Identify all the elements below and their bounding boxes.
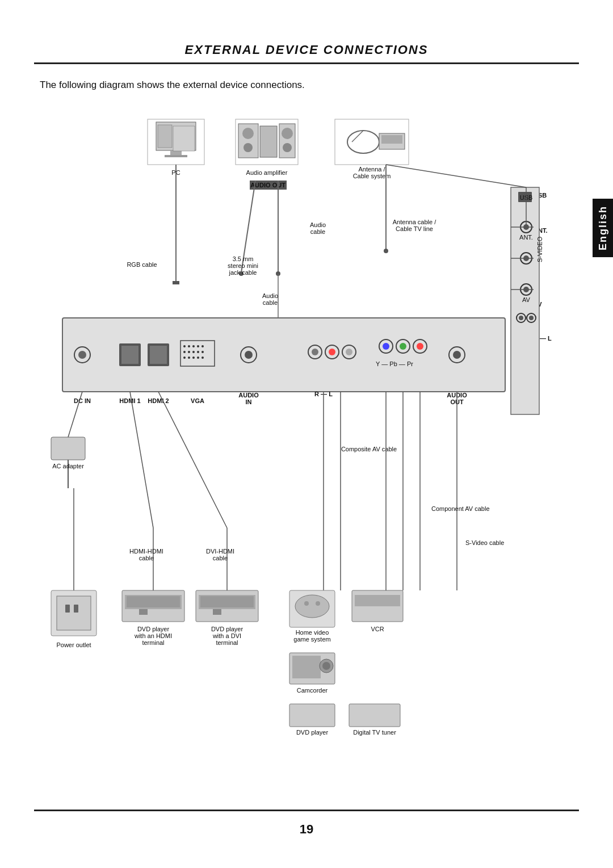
svg-rect-139 [200,596,254,607]
svg-text:Home video: Home video [296,629,329,636]
svg-text:RGB cable: RGB cable [127,261,157,268]
svg-point-9 [242,128,254,139]
svg-text:stereo mini: stereo mini [228,262,258,269]
svg-text:DC IN: DC IN [74,397,91,404]
svg-text:ANT.: ANT. [519,234,533,241]
english-tab: English [593,199,613,257]
svg-point-99 [312,349,318,355]
svg-rect-3 [165,155,187,157]
top-rule [34,62,579,64]
svg-text:cable: cable [213,555,228,561]
svg-point-78 [183,345,186,347]
svg-point-81 [197,345,199,347]
svg-line-145 [158,392,227,528]
svg-point-64 [519,316,523,320]
svg-point-87 [201,351,204,353]
svg-rect-26 [173,281,179,284]
svg-rect-169 [349,704,400,727]
svg-point-66 [529,316,534,320]
svg-point-84 [188,351,190,353]
svg-text:AUDIO OUT: AUDIO OUT [250,182,285,188]
svg-text:with a DVI: with a DVI [212,632,241,639]
svg-text:AUDIO: AUDIO [238,392,259,399]
svg-text:3.5 mm: 3.5 mm [233,255,254,262]
svg-text:Cable TV line: Cable TV line [396,225,433,232]
svg-text:HDMI 1: HDMI 1 [119,397,140,404]
svg-point-14 [283,143,292,152]
svg-rect-11 [260,126,277,157]
svg-rect-122 [65,605,70,613]
svg-point-88 [183,357,186,359]
svg-rect-128 [127,596,180,607]
connection-diagram: text { font-family: Arial, Helvetica, sa… [34,114,573,800]
svg-line-134 [130,392,153,528]
svg-rect-163 [292,656,321,678]
svg-point-10 [243,143,253,152]
svg-point-154 [295,595,329,618]
svg-text:Digital TV tuner: Digital TV tuner [353,729,396,736]
svg-text:Audio amplifier: Audio amplifier [246,169,288,176]
svg-rect-72 [121,346,138,364]
svg-text:cable: cable [310,228,325,235]
svg-point-103 [346,349,352,355]
svg-rect-121 [57,596,91,630]
svg-text:Audio: Audio [262,292,278,299]
svg-text:HDMI 2: HDMI 2 [148,397,169,404]
svg-point-13 [282,128,293,139]
svg-rect-129 [139,609,148,615]
svg-text:cable: cable [263,299,278,306]
svg-point-82 [201,345,204,347]
svg-point-106 [383,343,389,350]
svg-text:S-VIDEO: S-VIDEO [536,236,543,262]
svg-point-38 [384,249,388,253]
svg-text:Composite AV cable: Composite AV cable [341,446,397,452]
svg-text:HDMI-HDMI: HDMI-HDMI [129,548,163,555]
page-number: 19 [0,822,613,837]
svg-point-86 [197,351,199,353]
svg-rect-4 [158,125,172,148]
svg-point-110 [417,343,423,350]
svg-text:VGA: VGA [191,397,204,404]
svg-text:IN: IN [246,399,252,405]
svg-text:Antenna /: Antenna / [358,166,385,173]
svg-point-113 [453,351,461,359]
svg-point-80 [192,345,195,347]
svg-point-90 [192,357,195,359]
svg-text:Cable system: Cable system [353,173,391,179]
svg-rect-160 [355,595,400,606]
svg-point-101 [329,349,335,355]
svg-text:DVD player: DVD player [211,626,243,632]
svg-point-79 [188,345,190,347]
svg-rect-116 [51,437,85,460]
bottom-rule [34,810,579,811]
svg-text:Audio: Audio [310,221,326,228]
svg-text:Component AV cable: Component AV cable [431,505,490,512]
svg-point-156 [316,601,320,606]
svg-text:AV: AV [522,296,531,303]
svg-text:DVI-HDMI: DVI-HDMI [206,548,234,555]
svg-point-95 [245,351,253,359]
svg-line-184 [386,165,526,187]
svg-text:DVD player: DVD player [137,626,170,632]
svg-text:terminal: terminal [216,639,238,646]
svg-text:Camcorder: Camcorder [297,687,328,694]
svg-rect-123 [74,605,78,613]
svg-text:cable: cable [139,555,154,561]
svg-text:Power outlet: Power outlet [56,641,91,648]
svg-rect-75 [150,346,167,364]
svg-text:DVD player: DVD player [296,729,329,736]
svg-text:VCR: VCR [371,626,384,632]
page-title: EXTERNAL DEVICE CONNECTIONS [0,43,613,57]
svg-point-89 [188,357,190,359]
svg-text:Y — Pb — Pr: Y — Pb — Pr [376,360,413,367]
svg-point-69 [78,351,86,359]
svg-rect-140 [213,609,221,615]
svg-point-92 [201,357,204,359]
svg-text:with an HDMI: with an HDMI [134,632,172,639]
svg-point-108 [400,343,406,350]
svg-rect-20 [381,135,402,144]
svg-point-165 [322,662,330,670]
svg-rect-167 [289,704,335,727]
intro-text: The following diagram shows the external… [40,79,305,91]
svg-text:jack cable: jack cable [229,269,257,276]
